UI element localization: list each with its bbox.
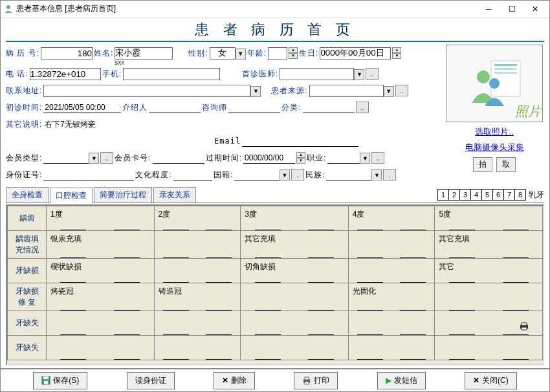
addr-input[interactable]	[43, 85, 250, 97]
tab-1[interactable]: 口腔检查	[50, 188, 93, 203]
tab-3[interactable]: 亲友关系	[153, 187, 196, 202]
close-window-button[interactable]: ✕	[523, 2, 547, 16]
category-more-button[interactable]: ..	[356, 102, 369, 113]
minimize-button[interactable]: ─	[477, 2, 500, 16]
tooth-num-4[interactable]: 4	[470, 189, 482, 201]
grid-cell-4-1[interactable]	[154, 311, 241, 336]
member-type-dropdown-icon[interactable]: ▼	[89, 153, 99, 164]
grid-cell-0-2[interactable]: 3度	[241, 206, 349, 231]
age-up-icon[interactable]: ▲	[289, 47, 298, 53]
expire-up-icon[interactable]: ▲	[296, 152, 305, 158]
grid-cell-4-4[interactable]	[435, 311, 543, 336]
birth-input[interactable]	[320, 47, 391, 60]
tooth-num-5[interactable]: 5	[481, 189, 493, 201]
expire-input[interactable]	[243, 152, 295, 164]
name-input[interactable]	[115, 47, 173, 60]
first-doctor-select[interactable]	[280, 68, 354, 80]
record-no-input[interactable]	[41, 47, 93, 60]
gender-select[interactable]	[210, 47, 236, 60]
tooth-num-6[interactable]: 6	[492, 189, 504, 201]
consultant-input[interactable]	[228, 102, 280, 113]
ethnicity-more-button[interactable]: .	[383, 169, 396, 180]
member-card-input[interactable]	[153, 152, 204, 164]
tooth-num-8[interactable]: 8	[514, 189, 526, 201]
qu-button[interactable]: 取	[496, 157, 516, 172]
grid-cell-1-3[interactable]	[348, 231, 435, 259]
grid-cell-2-2[interactable]: 切角缺损	[241, 259, 349, 283]
grid-cell-5-1[interactable]	[154, 336, 241, 360]
grid-cell-5-4[interactable]	[435, 336, 543, 360]
referrer-input[interactable]	[149, 102, 201, 113]
ethnicity-select[interactable]	[326, 169, 371, 180]
grid-cell-0-0[interactable]: 1度	[47, 206, 155, 231]
idcard-input[interactable]	[43, 169, 134, 180]
save-button[interactable]: 保存(S)	[33, 372, 87, 389]
occupation-dropdown-icon[interactable]: ▼	[360, 153, 370, 164]
read-id-button[interactable]: 读身份证	[127, 372, 175, 389]
source-dropdown-icon[interactable]: ▼	[384, 86, 394, 97]
grid-cell-2-1[interactable]	[154, 259, 241, 283]
nationality-select[interactable]	[234, 169, 280, 180]
ethnicity-dropdown-icon[interactable]: ▼	[371, 169, 382, 180]
member-type-select[interactable]	[43, 152, 89, 164]
grid-cell-1-2[interactable]: 其它充填	[241, 231, 349, 259]
occupation-select[interactable]	[327, 152, 360, 164]
birth-up-icon[interactable]: ▲	[392, 47, 401, 53]
source-select[interactable]	[309, 85, 384, 97]
dental-grid[interactable]: 龋齿1度2度3度4度5度龋齿填充情况银汞充填其它充填其它充填牙缺损楔状缺损切角缺…	[6, 204, 544, 365]
grid-cell-1-0[interactable]: 银汞充填	[47, 231, 155, 259]
grid-cell-4-2[interactable]	[241, 311, 349, 336]
first-time-input[interactable]	[43, 102, 121, 113]
grid-cell-3-0[interactable]: 烤瓷冠	[47, 283, 155, 311]
member-type-more-button[interactable]: ..	[100, 152, 113, 164]
addr-dropdown-icon[interactable]: ▼	[250, 86, 261, 97]
select-photo-button[interactable]: 选取照片..	[475, 126, 513, 138]
print-button[interactable]: 打印	[294, 372, 338, 389]
grid-cell-4-0[interactable]	[47, 311, 155, 336]
grid-cell-5-3[interactable]	[348, 336, 435, 360]
education-input[interactable]	[173, 169, 212, 180]
age-input[interactable]	[268, 47, 287, 60]
source-more-button[interactable]: ..	[395, 85, 408, 96]
grid-cell-4-3[interactable]	[348, 311, 435, 336]
tooth-num-7[interactable]: 7	[503, 189, 515, 201]
grid-cell-2-3[interactable]	[348, 259, 435, 283]
maximize-button[interactable]: ☐	[500, 2, 523, 16]
delete-button[interactable]: ✕ 删除	[214, 372, 255, 389]
tab-2[interactable]: 简要治疗过程	[94, 187, 152, 202]
pai-button[interactable]: 拍	[473, 157, 492, 172]
close-button[interactable]: ✕ 关闭(C)	[465, 372, 517, 389]
nationality-more-button[interactable]: .	[291, 169, 304, 180]
grid-cell-2-4[interactable]: 其它	[435, 259, 543, 283]
nationality-dropdown-icon[interactable]: ▼	[280, 169, 290, 180]
occupation-more-button[interactable]: ..	[371, 152, 384, 164]
grid-print-icon[interactable]	[519, 321, 529, 332]
grid-cell-1-4[interactable]: 其它充填	[435, 231, 543, 259]
tooth-num-3[interactable]: 3	[459, 189, 471, 201]
grid-cell-3-3[interactable]: 光固化	[348, 283, 435, 311]
gender-dropdown-icon[interactable]: ▼	[236, 49, 246, 60]
mobile-input[interactable]	[123, 68, 220, 80]
phone-input[interactable]	[30, 68, 101, 80]
grid-cell-5-2[interactable]	[241, 336, 349, 360]
tab-0[interactable]: 全身检查	[6, 187, 49, 202]
grid-cell-3-4[interactable]	[435, 283, 543, 311]
email-input[interactable]	[242, 135, 358, 147]
grid-cell-0-3[interactable]: 4度	[348, 206, 435, 231]
expire-down-icon[interactable]: ▼	[296, 158, 305, 164]
grid-cell-5-0[interactable]	[47, 336, 155, 360]
camera-capture-button[interactable]: 电脑摄像头采集	[465, 142, 524, 153]
tooth-num-2[interactable]: 2	[448, 189, 460, 201]
grid-cell-3-2[interactable]	[241, 283, 349, 311]
grid-cell-3-1[interactable]: 铸造冠	[154, 283, 241, 311]
grid-cell-1-1[interactable]	[154, 231, 241, 259]
birth-down-icon[interactable]: ▼	[392, 53, 401, 59]
age-down-icon[interactable]: ▼	[289, 53, 298, 59]
other-input[interactable]	[43, 118, 399, 130]
doctor-more-button[interactable]: ..	[366, 68, 379, 80]
grid-cell-0-4[interactable]: 5度	[435, 206, 543, 231]
grid-cell-2-0[interactable]: 楔状缺损	[47, 259, 155, 283]
doctor-dropdown-icon[interactable]: ▼	[354, 69, 364, 80]
category-input[interactable]	[303, 102, 355, 113]
sms-button[interactable]: ▶ 发短信	[377, 372, 426, 389]
